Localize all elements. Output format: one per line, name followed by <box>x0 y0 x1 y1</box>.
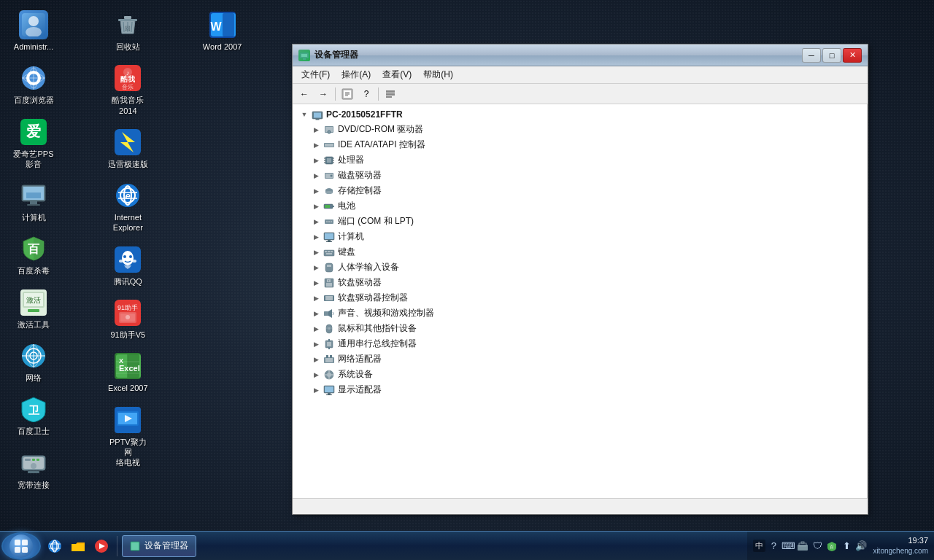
desktop-icon-91[interactable]: 91助手 91助手V5 <box>101 295 154 343</box>
item-7-arrow <box>310 231 322 243</box>
tree-item-9[interactable]: 人体学输入设备 <box>296 260 864 275</box>
tree-item-3[interactable]: 磁盘驱动器 <box>296 168 864 183</box>
desktop-icon-qq[interactable]: 腾讯QQ <box>101 242 154 289</box>
tree-item-8[interactable]: 键盘 <box>296 244 864 260</box>
tray-update-icon[interactable]: ⬆ <box>841 540 852 552</box>
svg-point-116 <box>326 221 328 222</box>
svg-text:卫: 卫 <box>28 404 40 416</box>
item-0-arrow <box>310 124 322 136</box>
maximize-button[interactable]: □ <box>822 48 841 63</box>
tree-root[interactable]: PC-20150521FFTR <box>296 107 864 122</box>
taskbar-ie-icon[interactable] <box>44 535 66 557</box>
desktop-icon-administrator[interactable]: Administr... <box>7 7 60 55</box>
svg-rect-114 <box>325 205 330 208</box>
menu-action[interactable]: 操作(A) <box>336 67 377 82</box>
desktop-icon-pptv[interactable]: PPTV聚力 网络电视 <box>101 402 154 471</box>
tree-item-5[interactable]: 电池 <box>296 198 864 214</box>
tree-item-15[interactable]: 网络适配器 <box>296 351 864 367</box>
system-clock[interactable]: 19:37 xitongcheng.com <box>873 535 928 556</box>
word-icon: W <box>208 10 237 39</box>
desktop-icon-broadband[interactable]: 宽带连接 <box>7 446 60 493</box>
svg-point-54 <box>129 255 132 258</box>
desktop-icon-recycle[interactable]: 回 回收站 <box>101 7 154 55</box>
iqiyi-icon: 爱 <box>19 117 48 147</box>
taskbar-media-icon[interactable] <box>90 535 112 557</box>
toolbar-extra[interactable] <box>382 86 399 102</box>
tray-security-icon[interactable]: 🛡 <box>811 540 823 552</box>
toolbar-forward[interactable]: → <box>314 86 332 102</box>
taskbar-folder-icon[interactable] <box>67 535 89 557</box>
svg-rect-136 <box>325 296 333 300</box>
menu-file[interactable]: 文件(F) <box>296 67 336 82</box>
tray-antivirus-icon[interactable]: 百 <box>826 540 838 552</box>
svg-rect-146 <box>325 358 333 362</box>
toolbar-help[interactable]: ? <box>358 86 375 102</box>
svg-rect-168 <box>72 544 85 551</box>
tree-item-10[interactable]: 软盘驱动器 <box>296 275 864 290</box>
tray-keyboard-icon[interactable]: ⌨ <box>782 540 794 552</box>
tree-item-7[interactable]: 计算机 <box>296 229 864 244</box>
start-orb-icon <box>9 534 33 558</box>
desktop-icon-iqiyi[interactable]: 爱 爱奇艺PPS影音 <box>7 114 60 173</box>
desktop-icon-baidu-antivirus[interactable]: 百 百度杀毒 <box>7 231 60 279</box>
device-tree[interactable]: PC-20150521FFTR DVD/CD-ROM 驱动器 IDE ATA/A… <box>293 104 868 498</box>
toolbar-back[interactable]: ← <box>296 86 313 102</box>
tree-item-12[interactable]: 声音、视频和游戏控制器 <box>296 306 864 321</box>
svg-rect-35 <box>118 19 137 21</box>
taskbar-separator <box>117 536 117 556</box>
audio-icon <box>323 308 335 319</box>
minimize-button[interactable]: ─ <box>802 48 821 63</box>
word-label: Word 2007 <box>203 42 242 52</box>
toolbar-properties[interactable] <box>339 86 356 102</box>
svg-rect-148 <box>330 355 332 358</box>
window-controls: ─ □ ✕ <box>802 48 862 63</box>
tree-item-14[interactable]: 通用串行总线控制器 <box>296 336 864 351</box>
desktop-icon-excel[interactable]: X Excel Excel 2007 <box>101 349 154 396</box>
tree-item-17[interactable]: 显示适配器 <box>296 382 864 397</box>
start-button[interactable] <box>1 532 41 560</box>
svg-rect-134 <box>328 280 329 281</box>
taskbar-device-manager-btn[interactable]: 设备管理器 <box>122 535 196 557</box>
tree-item-2[interactable]: 处理器 <box>296 152 864 168</box>
tree-item-label-2: 处理器 <box>338 154 364 166</box>
svg-rect-124 <box>325 251 327 252</box>
administrator-label: Administr... <box>14 42 53 52</box>
91-icon: 91助手 <box>113 298 142 327</box>
desktop-icon-computer[interactable]: 计算机 <box>7 178 60 225</box>
svg-text:音乐: 音乐 <box>122 84 134 90</box>
tray-question-icon[interactable]: ? <box>768 540 779 552</box>
tree-item-label-17: 显示适配器 <box>338 384 382 396</box>
svg-point-163 <box>48 540 61 553</box>
window-content: PC-20150521FFTR DVD/CD-ROM 驱动器 IDE ATA/A… <box>293 104 868 498</box>
tree-item-1[interactable]: IDE ATA/ATAPI 控制器 <box>296 137 864 152</box>
svg-rect-113 <box>333 206 334 207</box>
tree-item-6[interactable]: 端口 (COM 和 LPT) <box>296 214 864 229</box>
desktop-icon-baidu-guard[interactable]: 卫 百度卫士 <box>7 392 60 439</box>
window-toolbar: ← → ? <box>293 84 868 104</box>
menu-help[interactable]: 帮助(H) <box>417 67 459 82</box>
desktop-icon-network[interactable]: 网络 <box>7 338 60 386</box>
tree-item-11[interactable]: 软盘驱动器控制器 <box>296 290 864 306</box>
desktop-icon-activation[interactable]: 激活 激活工具 <box>7 285 60 332</box>
svg-rect-31 <box>25 459 31 461</box>
floppy-ctrl-icon <box>323 292 335 304</box>
desktop-icon-xunlei[interactable]: 迅雷极速版 <box>101 125 154 172</box>
desktop-icon-baidu-browser[interactable]: 百度浏览器 <box>7 61 60 108</box>
window-titlebar[interactable]: 设备管理器 ─ □ ✕ <box>293 44 868 66</box>
svg-rect-126 <box>331 251 333 252</box>
close-button[interactable]: ✕ <box>843 48 862 63</box>
tree-item-16[interactable]: 系统设备 <box>296 367 864 382</box>
tray-network2-icon[interactable] <box>797 540 808 552</box>
desktop-icon-word[interactable]: W Word 2007 <box>196 7 249 55</box>
menu-view[interactable]: 查看(V) <box>377 67 417 82</box>
tray-volume-icon[interactable]: 🔊 <box>855 540 867 552</box>
desktop-icon-ie[interactable]: e InternetExplorer <box>101 178 154 236</box>
window-statusbar <box>293 498 868 514</box>
tree-item-4[interactable]: 存储控制器 <box>296 183 864 198</box>
computer-icon <box>19 181 48 210</box>
svg-rect-156 <box>325 386 333 392</box>
desktop-icon-music[interactable]: 酷我 音乐 ♪ 酷我音乐2014 <box>101 61 154 119</box>
tree-item-0[interactable]: DVD/CD-ROM 驱动器 <box>296 122 864 137</box>
tree-item-13[interactable]: 鼠标和其他指针设备 <box>296 321 864 336</box>
tray-ime-icon[interactable]: 中 <box>753 540 765 552</box>
